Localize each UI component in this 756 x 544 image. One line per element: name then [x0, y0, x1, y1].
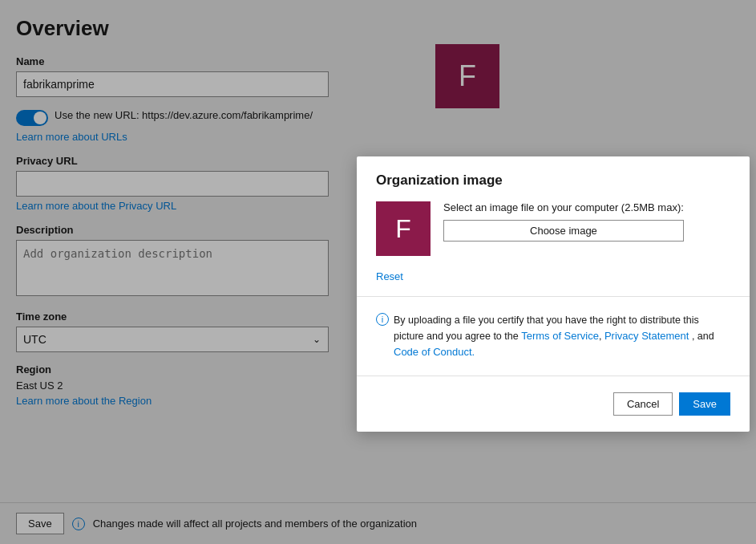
- modal-terms: i By uploading a file you certify that y…: [376, 313, 730, 359]
- modal-image-desc: Select an image file on your computer (2…: [443, 201, 684, 213]
- modal-divider: [357, 296, 750, 297]
- modal-footer-divider: [357, 376, 750, 376]
- cancel-button[interactable]: Cancel: [613, 392, 673, 416]
- modal-avatar-letter: F: [395, 214, 411, 244]
- choose-image-button[interactable]: Choose image: [443, 220, 684, 242]
- modal-title: Organization image: [376, 173, 730, 189]
- modal-footer: Cancel Save: [376, 389, 730, 416]
- code-of-conduct-link[interactable]: Code of Conduct.: [394, 346, 475, 358]
- modal-image-row: F Select an image file on your computer …: [376, 201, 730, 256]
- privacy-statement-link[interactable]: Privacy Statement: [604, 330, 689, 342]
- modal-avatar: F: [376, 201, 431, 256]
- info-circle-icon: i: [376, 313, 389, 326]
- reset-link[interactable]: Reset: [376, 270, 403, 282]
- modal-image-info: Select an image file on your computer (2…: [443, 201, 684, 242]
- organization-image-modal: Organization image F Select an image fil…: [357, 156, 750, 432]
- terms-of-service-link[interactable]: Terms of Service: [521, 330, 599, 342]
- modal-overlay: Organization image F Select an image fil…: [0, 0, 756, 544]
- save-button-modal[interactable]: Save: [679, 392, 730, 416]
- modal-terms-text: By uploading a file you certify that you…: [394, 313, 730, 359]
